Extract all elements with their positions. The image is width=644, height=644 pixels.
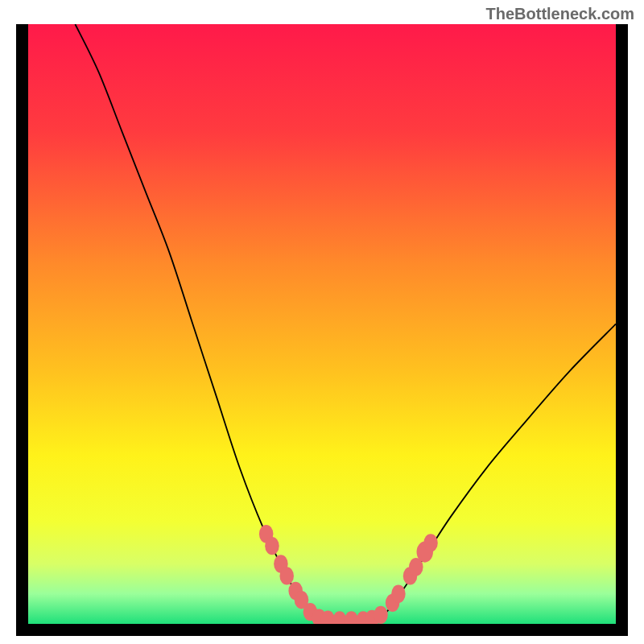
bottleneck-curve xyxy=(75,24,616,622)
data-marker xyxy=(374,606,388,624)
chart-container: TheBottleneck.com xyxy=(0,0,644,644)
data-marker xyxy=(279,567,294,584)
watermark-text: TheBottleneck.com xyxy=(486,5,634,23)
plot-frame xyxy=(16,24,628,636)
data-marker xyxy=(423,534,438,551)
data-marker xyxy=(265,537,279,555)
curve-layer xyxy=(28,24,616,624)
data-marker xyxy=(391,585,406,603)
plot-inner xyxy=(28,24,616,624)
markers-group xyxy=(259,525,438,624)
